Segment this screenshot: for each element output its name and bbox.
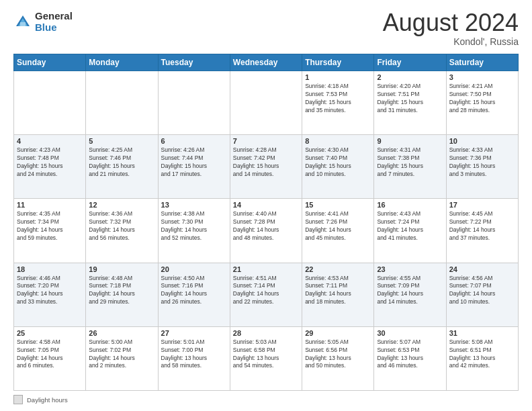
- day-cell-19: 19Sunrise: 4:48 AM Sunset: 7:18 PM Dayli…: [86, 263, 158, 326]
- month-title: August 2024: [383, 11, 519, 35]
- week-row-4: 18Sunrise: 4:46 AM Sunset: 7:20 PM Dayli…: [14, 263, 519, 326]
- day-info: Sunrise: 4:48 AM Sunset: 7:18 PM Dayligh…: [89, 275, 154, 307]
- day-info: Sunrise: 4:45 AM Sunset: 7:22 PM Dayligh…: [449, 210, 515, 242]
- day-cell-16: 16Sunrise: 4:43 AM Sunset: 7:24 PM Dayli…: [374, 199, 446, 263]
- day-number: 22: [305, 265, 371, 273]
- logo: General Blue: [13, 11, 73, 33]
- logo-text: General Blue: [35, 11, 73, 33]
- day-cell-23: 23Sunrise: 4:55 AM Sunset: 7:09 PM Dayli…: [374, 263, 446, 326]
- day-info: Sunrise: 4:56 AM Sunset: 7:07 PM Dayligh…: [449, 275, 515, 307]
- col-header-thursday: Thursday: [302, 54, 374, 71]
- day-info: Sunrise: 4:23 AM Sunset: 7:48 PM Dayligh…: [17, 146, 83, 179]
- col-header-tuesday: Tuesday: [158, 54, 230, 71]
- location: Kondol', Russia: [383, 36, 519, 47]
- logo-icon: [13, 13, 32, 32]
- day-cell-5: 5Sunrise: 4:25 AM Sunset: 7:46 PM Daylig…: [86, 135, 158, 199]
- week-row-3: 11Sunrise: 4:35 AM Sunset: 7:34 PM Dayli…: [14, 199, 519, 263]
- day-cell-9: 9Sunrise: 4:31 AM Sunset: 7:38 PM Daylig…: [374, 135, 446, 199]
- day-number: 16: [377, 201, 443, 209]
- day-number: 6: [161, 137, 227, 145]
- day-number: 27: [161, 329, 227, 337]
- day-number: 19: [89, 265, 154, 273]
- day-info: Sunrise: 4:18 AM Sunset: 7:53 PM Dayligh…: [305, 83, 371, 115]
- day-info: Sunrise: 4:35 AM Sunset: 7:34 PM Dayligh…: [17, 210, 83, 242]
- week-row-1: 1Sunrise: 4:18 AM Sunset: 7:53 PM Daylig…: [14, 71, 519, 135]
- day-info: Sunrise: 4:36 AM Sunset: 7:32 PM Dayligh…: [89, 210, 154, 242]
- day-cell-20: 20Sunrise: 4:50 AM Sunset: 7:16 PM Dayli…: [158, 263, 230, 326]
- day-cell-empty-1: [86, 71, 158, 135]
- day-cell-4: 4Sunrise: 4:23 AM Sunset: 7:48 PM Daylig…: [14, 135, 86, 199]
- day-cell-12: 12Sunrise: 4:36 AM Sunset: 7:32 PM Dayli…: [86, 199, 158, 263]
- day-cell-18: 18Sunrise: 4:46 AM Sunset: 7:20 PM Dayli…: [14, 263, 86, 326]
- day-number: 11: [17, 201, 83, 209]
- day-info: Sunrise: 4:30 AM Sunset: 7:40 PM Dayligh…: [305, 146, 371, 179]
- day-cell-empty-2: [158, 71, 230, 135]
- footer-box: [13, 395, 23, 404]
- day-info: Sunrise: 4:46 AM Sunset: 7:20 PM Dayligh…: [17, 275, 83, 307]
- day-number: 28: [233, 329, 299, 337]
- day-number: 30: [377, 329, 443, 337]
- svg-rect-2: [20, 22, 26, 26]
- calendar-header-row: SundayMondayTuesdayWednesdayThursdayFrid…: [14, 54, 519, 71]
- day-number: 12: [89, 201, 154, 209]
- day-number: 26: [89, 329, 154, 337]
- day-cell-6: 6Sunrise: 4:26 AM Sunset: 7:44 PM Daylig…: [158, 135, 230, 199]
- col-header-saturday: Saturday: [446, 54, 518, 71]
- day-number: 20: [161, 265, 227, 273]
- footer: Daylight hours: [13, 395, 519, 404]
- day-info: Sunrise: 4:20 AM Sunset: 7:51 PM Dayligh…: [377, 83, 443, 115]
- day-cell-27: 27Sunrise: 5:01 AM Sunset: 7:00 PM Dayli…: [158, 326, 230, 390]
- day-cell-17: 17Sunrise: 4:45 AM Sunset: 7:22 PM Dayli…: [446, 199, 518, 263]
- logo-blue-text: Blue: [35, 22, 73, 34]
- day-info: Sunrise: 4:43 AM Sunset: 7:24 PM Dayligh…: [377, 210, 443, 242]
- calendar-table: SundayMondayTuesdayWednesdayThursdayFrid…: [13, 54, 519, 391]
- day-cell-24: 24Sunrise: 4:56 AM Sunset: 7:07 PM Dayli…: [446, 263, 518, 326]
- day-info: Sunrise: 5:01 AM Sunset: 7:00 PM Dayligh…: [161, 338, 227, 371]
- day-number: 13: [161, 201, 227, 209]
- day-cell-7: 7Sunrise: 4:28 AM Sunset: 7:42 PM Daylig…: [230, 135, 302, 199]
- day-info: Sunrise: 4:51 AM Sunset: 7:14 PM Dayligh…: [233, 275, 299, 307]
- day-cell-2: 2Sunrise: 4:20 AM Sunset: 7:51 PM Daylig…: [374, 71, 446, 135]
- day-cell-28: 28Sunrise: 5:03 AM Sunset: 6:58 PM Dayli…: [230, 326, 302, 390]
- day-info: Sunrise: 4:33 AM Sunset: 7:36 PM Dayligh…: [449, 146, 515, 179]
- day-cell-13: 13Sunrise: 4:38 AM Sunset: 7:30 PM Dayli…: [158, 199, 230, 263]
- day-number: 1: [305, 73, 371, 81]
- col-header-sunday: Sunday: [14, 54, 86, 71]
- week-row-2: 4Sunrise: 4:23 AM Sunset: 7:48 PM Daylig…: [14, 135, 519, 199]
- day-number: 21: [233, 265, 299, 273]
- day-number: 25: [17, 329, 83, 337]
- day-cell-14: 14Sunrise: 4:40 AM Sunset: 7:28 PM Dayli…: [230, 199, 302, 263]
- day-cell-11: 11Sunrise: 4:35 AM Sunset: 7:34 PM Dayli…: [14, 199, 86, 263]
- day-info: Sunrise: 5:08 AM Sunset: 6:51 PM Dayligh…: [449, 338, 515, 371]
- col-header-friday: Friday: [374, 54, 446, 71]
- day-cell-empty-0: [14, 71, 86, 135]
- day-info: Sunrise: 4:28 AM Sunset: 7:42 PM Dayligh…: [233, 146, 299, 179]
- day-info: Sunrise: 4:58 AM Sunset: 7:05 PM Dayligh…: [17, 338, 83, 371]
- day-cell-25: 25Sunrise: 4:58 AM Sunset: 7:05 PM Dayli…: [14, 326, 86, 390]
- day-info: Sunrise: 5:00 AM Sunset: 7:02 PM Dayligh…: [89, 338, 154, 371]
- day-info: Sunrise: 4:38 AM Sunset: 7:30 PM Dayligh…: [161, 210, 227, 242]
- day-cell-30: 30Sunrise: 5:07 AM Sunset: 6:53 PM Dayli…: [374, 326, 446, 390]
- day-cell-26: 26Sunrise: 5:00 AM Sunset: 7:02 PM Dayli…: [86, 326, 158, 390]
- day-info: Sunrise: 4:50 AM Sunset: 7:16 PM Dayligh…: [161, 275, 227, 307]
- day-number: 17: [449, 201, 515, 209]
- day-info: Sunrise: 4:25 AM Sunset: 7:46 PM Dayligh…: [89, 146, 154, 179]
- day-number: 15: [305, 201, 371, 209]
- day-cell-15: 15Sunrise: 4:41 AM Sunset: 7:26 PM Dayli…: [302, 199, 374, 263]
- day-number: 23: [377, 265, 443, 273]
- day-info: Sunrise: 4:21 AM Sunset: 7:50 PM Dayligh…: [449, 83, 515, 115]
- page: General Blue August 2024 Kondol', Russia…: [0, 0, 532, 411]
- day-cell-29: 29Sunrise: 5:05 AM Sunset: 6:56 PM Dayli…: [302, 326, 374, 390]
- day-info: Sunrise: 4:31 AM Sunset: 7:38 PM Dayligh…: [377, 146, 443, 179]
- day-cell-1: 1Sunrise: 4:18 AM Sunset: 7:53 PM Daylig…: [302, 71, 374, 135]
- header: General Blue August 2024 Kondol', Russia: [13, 11, 519, 47]
- day-number: 18: [17, 265, 83, 273]
- footer-label: Daylight hours: [27, 396, 68, 404]
- col-header-monday: Monday: [86, 54, 158, 71]
- day-cell-3: 3Sunrise: 4:21 AM Sunset: 7:50 PM Daylig…: [446, 71, 518, 135]
- day-info: Sunrise: 4:41 AM Sunset: 7:26 PM Dayligh…: [305, 210, 371, 242]
- day-cell-empty-3: [230, 71, 302, 135]
- day-number: 14: [233, 201, 299, 209]
- day-number: 24: [449, 265, 515, 273]
- day-info: Sunrise: 5:05 AM Sunset: 6:56 PM Dayligh…: [305, 338, 371, 371]
